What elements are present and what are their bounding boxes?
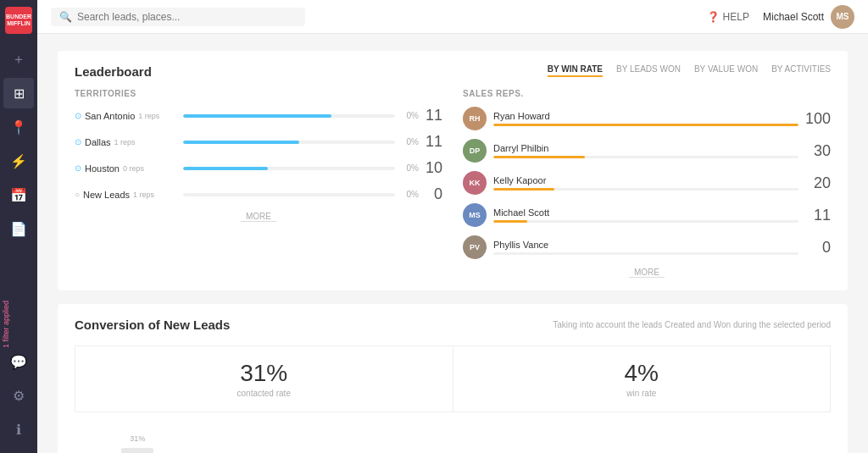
- sales-reps-title: Sales Reps.: [463, 89, 831, 98]
- territory-name: New Leads: [83, 190, 130, 200]
- sidebar-icon-map[interactable]: 📍: [3, 112, 34, 142]
- funnel-pct: 31%: [130, 434, 145, 443]
- territory-count: 11: [426, 107, 442, 124]
- sales-reps-column: Sales Reps. RH Ryan Howard 100 DP Darryl…: [463, 89, 831, 277]
- contacted-rate-stat: 31% contacted rate: [75, 346, 453, 412]
- logo-text: BUNDERMIFFLIN: [6, 14, 31, 26]
- territories-more-link[interactable]: MORE: [75, 212, 442, 221]
- rep-score: 11: [805, 207, 831, 224]
- sidebar-icon-calendar[interactable]: 📅: [3, 180, 34, 210]
- conversion-note: Taking into account the leads Created an…: [553, 320, 831, 329]
- territory-icon: ⊙: [75, 111, 81, 120]
- rep-name: Ryan Howard: [493, 111, 798, 121]
- rep-avatar: DP: [463, 139, 487, 163]
- sales-rep-row: PV Phyllis Vance 0: [463, 235, 831, 259]
- sales-rep-row: DP Darryl Philbin 30: [463, 139, 831, 163]
- app-logo[interactable]: BUNDERMIFFLIN: [5, 7, 32, 34]
- main-content: Leaderboard BY WIN RATE BY LEADS WON BY …: [37, 34, 868, 453]
- rep-name: Kelly Kapoor: [493, 175, 798, 185]
- funnel-chart: 31% Prospecting 1607 66% Contacted 505: [75, 426, 831, 453]
- territories-title: Territories: [75, 89, 442, 98]
- sales-rep-row: RH Ryan Howard 100: [463, 107, 831, 130]
- contacted-rate-label: contacted rate: [237, 389, 291, 398]
- user-info: Michael Scott MS: [763, 5, 854, 29]
- territory-row: ○ New Leads 1 reps 0% 0: [75, 185, 442, 203]
- rep-name: Michael Scott: [493, 207, 798, 218]
- sidebar-icon-add[interactable]: ＋: [3, 44, 34, 75]
- territory-reps: 1 reps: [138, 112, 159, 120]
- rep-name: Phyllis Vance: [493, 240, 798, 250]
- territories-column: Territories ⊙ San Antonio 1 reps 0% 11 ⊙…: [75, 89, 442, 277]
- leaderboard-header: Leaderboard BY WIN RATE BY LEADS WON BY …: [75, 64, 831, 79]
- rep-score: 0: [805, 239, 831, 257]
- conversion-title: Conversion of New Leads: [75, 318, 230, 332]
- help-icon: ❓: [707, 11, 720, 23]
- territory-row: ⊙ Houston 0 reps 0% 10: [75, 159, 442, 177]
- territory-reps: 1 reps: [133, 191, 154, 199]
- rep-avatar: MS: [463, 203, 487, 227]
- contacted-rate-value: 31%: [240, 360, 287, 387]
- leaderboard-section: Leaderboard BY WIN RATE BY LEADS WON BY …: [58, 51, 848, 290]
- search-input[interactable]: [77, 11, 297, 23]
- conversion-section: Conversion of New Leads Taking into acco…: [58, 304, 848, 453]
- more-label: MORE: [629, 268, 665, 278]
- sidebar-icon-dashboard[interactable]: ⊞: [3, 78, 34, 108]
- leaderboard-tabs: BY WIN RATE BY LEADS WON BY VALUE WON BY…: [548, 64, 831, 77]
- territory-name: Dallas: [85, 137, 111, 147]
- territory-count: 11: [426, 133, 442, 151]
- help-label: HELP: [723, 11, 749, 23]
- avatar[interactable]: MS: [831, 5, 854, 29]
- win-rate-stat: 4% win rate: [453, 346, 831, 412]
- rep-avatar: KK: [463, 171, 487, 195]
- territory-pct: 0%: [402, 163, 419, 173]
- sales-rep-row: KK Kelly Kapoor 20: [463, 171, 831, 195]
- rep-score: 20: [805, 174, 831, 192]
- rep-info: Ryan Howard: [493, 111, 798, 126]
- win-rate-value: 4%: [625, 360, 659, 387]
- tab-by-win-rate[interactable]: BY WIN RATE: [548, 64, 603, 77]
- sales-rep-row: MS Michael Scott 11: [463, 203, 831, 227]
- territory-count: 0: [426, 185, 442, 203]
- sidebar: BUNDERMIFFLIN ＋ ⊞ 📍 ⚡ 📅 📄 1 filter appli…: [0, 0, 37, 453]
- rep-info: Phyllis Vance: [493, 240, 798, 255]
- funnel-bar-area: [75, 448, 201, 453]
- funnel-stage-prospecting: 31% Prospecting 1607: [75, 434, 201, 453]
- user-name: Michael Scott: [763, 11, 824, 23]
- bar-total: [121, 448, 153, 453]
- topbar-right: ❓ HELP Michael Scott MS: [707, 5, 854, 29]
- search-box[interactable]: 🔍: [51, 8, 305, 26]
- search-icon: 🔍: [59, 11, 72, 23]
- filter-tag: 1 filter applied: [0, 297, 12, 351]
- rep-info: Michael Scott: [493, 207, 798, 223]
- win-rate-label: win rate: [626, 389, 656, 398]
- more-label: MORE: [241, 212, 276, 222]
- rep-avatar: PV: [463, 235, 487, 259]
- sidebar-icon-filter[interactable]: ⚡: [3, 146, 34, 176]
- conversion-stats: 31% contacted rate 4% win rate: [75, 345, 831, 412]
- rep-name: Darryl Philbin: [493, 143, 798, 153]
- territory-icon: ○: [75, 190, 80, 199]
- sales-reps-more-link[interactable]: MORE: [463, 268, 831, 277]
- leaderboard-grid: Territories ⊙ San Antonio 1 reps 0% 11 ⊙…: [75, 89, 831, 277]
- rep-info: Darryl Philbin: [493, 143, 798, 158]
- territory-reps: 0 reps: [123, 164, 144, 173]
- territory-pct: 0%: [402, 137, 419, 146]
- tab-by-leads-won[interactable]: BY LEADS WON: [616, 64, 681, 77]
- territory-pct: 0%: [402, 111, 419, 120]
- territory-row: ⊙ San Antonio 1 reps 0% 11: [75, 107, 442, 124]
- tab-by-activities[interactable]: BY ACTIVITIES: [771, 64, 831, 77]
- territory-count: 10: [426, 159, 442, 177]
- rep-info: Kelly Kapoor: [493, 175, 798, 191]
- territory-row: ⊙ Dallas 1 reps 0% 11: [75, 133, 442, 151]
- sidebar-icon-settings[interactable]: ⚙: [3, 380, 34, 411]
- territory-name: San Antonio: [85, 111, 135, 121]
- help-button[interactable]: ❓ HELP: [707, 11, 749, 23]
- leaderboard-title: Leaderboard: [75, 64, 152, 79]
- territory-icon: ⊙: [75, 163, 81, 173]
- territory-name: Houston: [85, 163, 120, 174]
- sidebar-icon-info[interactable]: ℹ: [3, 414, 34, 445]
- tab-by-value-won[interactable]: BY VALUE WON: [694, 64, 758, 77]
- conversion-header: Conversion of New Leads Taking into acco…: [75, 318, 831, 332]
- sidebar-icon-reports[interactable]: 📄: [3, 213, 34, 244]
- rep-score: 30: [805, 142, 831, 160]
